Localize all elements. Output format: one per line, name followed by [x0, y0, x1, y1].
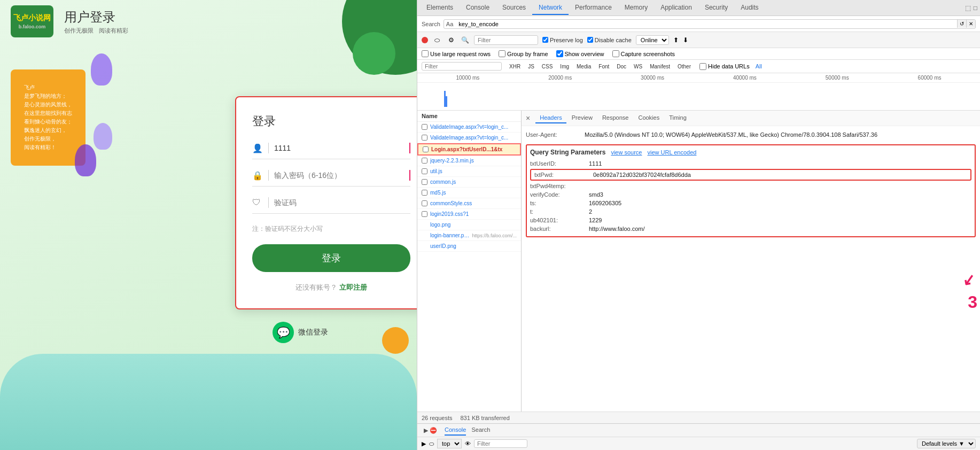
capture-screenshots-cb[interactable]: Capture screenshots	[612, 50, 675, 57]
file-item-util[interactable]: util.js	[417, 166, 521, 177]
qsp-header: Query String Parameters view source view…	[530, 149, 971, 156]
filter-js[interactable]: JS	[525, 63, 538, 70]
param-key-6: ub402101:	[530, 217, 589, 223]
devtools-icons: ⬚ □	[965, 4, 977, 12]
param-ts: ts: 1609206305	[530, 199, 971, 207]
eye-icon[interactable]: 👁	[465, 440, 471, 447]
search-close-btn[interactable]: ✕	[966, 20, 975, 28]
lock-icon: 🔒	[252, 170, 263, 181]
tab-sources[interactable]: Sources	[496, 1, 532, 15]
file-item-1[interactable]: ValidateImage.aspx?vt=login_c...	[417, 133, 521, 143]
filter-toggle-btn[interactable]: ⚙	[446, 35, 456, 45]
record-button[interactable]	[422, 37, 428, 43]
slogan-1: 创作无极限	[64, 27, 94, 35]
view-url-encoded-link[interactable]: view URL encoded	[647, 149, 696, 156]
stop-button[interactable]: ⬭	[432, 35, 442, 45]
requests-bar: 26 requests 831 KB transferred	[417, 412, 980, 423]
console-context-select[interactable]: top	[437, 439, 462, 448]
filter-other[interactable]: Other	[674, 63, 694, 70]
file-list-header: Name	[417, 111, 521, 122]
filter-types-row: XHR JS CSS Img Media Font Doc WS Manifes…	[417, 60, 980, 73]
export-icon[interactable]: ⬇	[683, 36, 688, 44]
tab-application[interactable]: Application	[654, 1, 698, 15]
username-input[interactable]	[274, 144, 403, 152]
filter-text-input[interactable]	[422, 62, 502, 71]
filter-css[interactable]: CSS	[539, 63, 556, 70]
login-button[interactable]: 登录	[252, 244, 410, 272]
register-link[interactable]: 立即注册	[339, 283, 367, 291]
group-by-frame-cb[interactable]: Group by frame	[499, 50, 548, 57]
tab-headers[interactable]: Headers	[535, 113, 566, 123]
param-key-5: t:	[530, 208, 589, 215]
filter-input[interactable]	[474, 35, 538, 45]
file-item-banner[interactable]: login-banner.png https://b.faloo.com/...	[417, 230, 521, 241]
search-bar: Search Aa ↺ ✕	[417, 16, 980, 32]
verify-input[interactable]	[274, 198, 410, 207]
import-icon[interactable]: ⬆	[673, 36, 679, 44]
filter-ws[interactable]: WS	[631, 63, 645, 70]
search-input[interactable]	[455, 20, 957, 28]
file-item-jquery[interactable]: jquery-2.2.3.min.js	[417, 156, 521, 166]
tab-memory[interactable]: Memory	[618, 1, 654, 15]
search-toggle-btn[interactable]: 🔍	[460, 35, 470, 45]
file-item-login-css[interactable]: login2019.css?1	[417, 209, 521, 220]
console-icons-group[interactable]: ▶ ⛔	[422, 426, 439, 435]
tab-elements[interactable]: Elements	[420, 1, 460, 15]
timeline-labels: 10000 ms 20000 ms 30000 ms 40000 ms 5000…	[417, 73, 980, 83]
show-overview-cb[interactable]: Show overview	[556, 50, 604, 57]
large-requests-cb[interactable]: Use large request rows	[422, 50, 491, 57]
disable-cache-cb[interactable]: Disable cache	[587, 37, 632, 43]
dock-icon[interactable]: ⬚	[965, 4, 971, 12]
tab-cookies[interactable]: Cookies	[634, 113, 664, 123]
preserve-log-cb[interactable]: Preserve log	[542, 37, 583, 43]
timeline-area: 10000 ms 20000 ms 30000 ms 40000 ms 5000…	[417, 73, 980, 111]
filter-media[interactable]: Media	[573, 63, 594, 70]
network-toolbar: ⬭ ⚙ 🔍 Preserve log Disable cache Online …	[417, 32, 980, 48]
view-source-link[interactable]: view source	[611, 149, 642, 156]
annotation-arrow: ↙	[961, 270, 976, 289]
filter-xhr[interactable]: XHR	[506, 63, 524, 70]
console-stop-icon[interactable]: ⬭	[429, 440, 434, 447]
console-filter-input[interactable]	[474, 439, 527, 448]
details-content: User-Agent: Mozilla/5.0 (Windows NT 10.0…	[522, 126, 980, 242]
wechat-label: 微信登录	[298, 328, 328, 337]
file-item-login[interactable]: Login.aspx?txtUserID...1&tx	[417, 143, 521, 156]
param-val-3: smd3	[589, 191, 603, 198]
throttle-select[interactable]: Online	[636, 35, 669, 45]
preserve-log-label: Preserve log	[550, 37, 583, 43]
file-item-md5[interactable]: md5.js	[417, 188, 521, 198]
tab-network[interactable]: Network	[532, 1, 569, 15]
file-item-userid[interactable]: userID.png	[417, 241, 521, 252]
tab-security[interactable]: Security	[698, 1, 734, 15]
console-tab-search[interactable]: Search	[471, 425, 490, 436]
filter-manifest[interactable]: Manifest	[647, 63, 673, 70]
tab-timing[interactable]: Timing	[665, 113, 691, 123]
search-refresh-btn[interactable]: ↺	[957, 20, 966, 28]
param-val-4: 1609206305	[589, 200, 621, 206]
filter-img[interactable]: Img	[557, 63, 572, 70]
filter-doc[interactable]: Doc	[613, 63, 629, 70]
tab-audits[interactable]: Audits	[734, 1, 765, 15]
file-item-0[interactable]: ValidateImage.aspx?vt=login_c...	[417, 122, 521, 133]
tab-console[interactable]: Console	[460, 1, 496, 15]
tab-response[interactable]: Response	[598, 113, 633, 123]
tab-preview[interactable]: Preview	[567, 113, 597, 123]
details-close-btn[interactable]: ×	[526, 114, 530, 122]
tab-performance[interactable]: Performance	[569, 1, 618, 15]
file-item-style[interactable]: commonStyle.css	[417, 198, 521, 209]
show-overview-label: Show overview	[565, 51, 604, 57]
password-group: 🔒	[252, 170, 410, 187]
console-level-select[interactable]: Default levels ▼	[917, 439, 976, 448]
param-key-7: backurl:	[530, 226, 589, 232]
file-item-logo[interactable]: logo.png	[417, 220, 521, 230]
filter-font[interactable]: Font	[595, 63, 612, 70]
undock-icon[interactable]: □	[974, 4, 977, 12]
book-text: 飞卢 是梦飞翔的地方； 是心灵游的风景线， 在这里您能找到有志 看到慷心动骨的友…	[24, 83, 72, 152]
console-tab-main[interactable]: Console	[445, 425, 466, 436]
username-group: 👤	[252, 143, 410, 159]
wechat-row[interactable]: 💬 微信登录	[273, 322, 328, 343]
password-input[interactable]	[274, 171, 403, 180]
console-run-icon[interactable]: ▶	[422, 440, 426, 447]
timeline-chart	[417, 83, 980, 110]
file-item-common[interactable]: common.js	[417, 177, 521, 188]
